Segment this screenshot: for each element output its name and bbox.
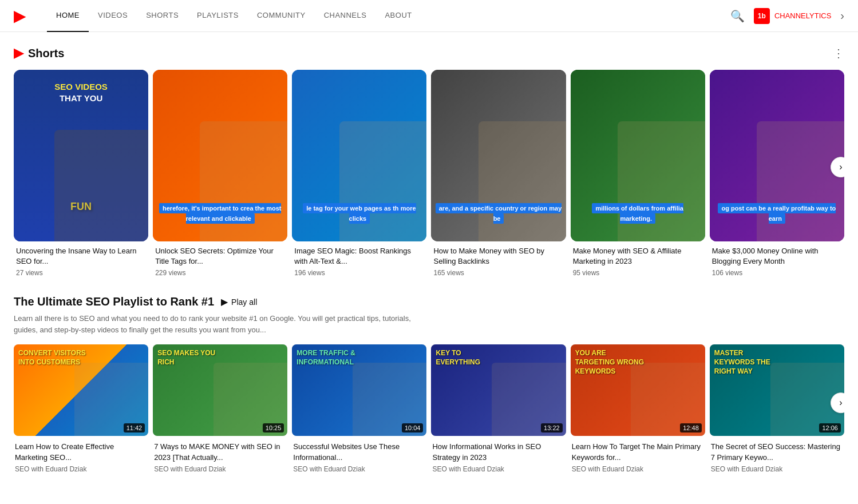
channel-name: CHANNELYTICS — [774, 11, 831, 20]
shorts-section: ▶ Shorts ⋮ SEO VIDEOSTHAT YOU FUN Uncove… — [0, 32, 858, 277]
nav-tab-about[interactable]: ABOUT — [375, 0, 421, 32]
shorts-title-group: ▶ Shorts — [14, 46, 64, 61]
shorts-icon: ▶ — [14, 46, 23, 61]
video-duration: 12:06 — [819, 423, 841, 432]
video-duration: 10:04 — [402, 423, 424, 432]
short-title: Uncovering the Insane Way to Learn SEO f… — [16, 246, 146, 267]
video-info: Learn How to Create Effective Marketing … — [14, 442, 148, 473]
playlist-header: The Ultimate SEO Playlist to Rank #1 ▶ P… — [14, 295, 844, 308]
video-title: 7 Ways to MAKE MONEY with SEO in 2023 [T… — [154, 442, 286, 462]
shorts-more-button[interactable]: ⋮ — [833, 46, 844, 60]
nav-right: 🔍 1b CHANNELYTICS › — [730, 8, 844, 24]
short-thumbnail: VB herefore, it's important to crea the … — [153, 70, 287, 241]
video-thumbnail: MORE TRAFFIC & INFORMATIONAL 10:04 — [292, 344, 426, 436]
video-card[interactable]: MORE TRAFFIC & INFORMATIONAL 10:04 Succe… — [292, 344, 426, 473]
short-caption: le tag for your web pages as th more cli… — [292, 203, 426, 224]
nav-tab-community[interactable]: COMMUNITY — [248, 0, 315, 32]
channel-link[interactable]: 1b CHANNELYTICS — [754, 8, 831, 24]
video-thumb-inner: CONVERT VISITORS INTO CUSTOMERS — [14, 344, 148, 436]
video-thumbnail: CONVERT VISITORS INTO CUSTOMERS 11:42 — [14, 344, 148, 436]
short-title: How to Make Money with SEO by Selling Ba… — [433, 246, 563, 267]
video-title: Learn How to Create Effective Marketing … — [15, 442, 147, 462]
video-info: Successful Websites Use These Informatio… — [292, 442, 426, 473]
nav-tab-channels[interactable]: CHANNELS — [315, 0, 376, 32]
video-title: Successful Websites Use These Informatio… — [293, 442, 425, 462]
video-thumbnail: KEY TO EVERYTHING 13:22 — [431, 344, 566, 436]
short-views: 165 views — [433, 269, 563, 277]
short-face — [54, 130, 149, 241]
short-card[interactable]: VB millions of dollars from affilia mark… — [571, 70, 705, 277]
video-card[interactable]: CONVERT VISITORS INTO CUSTOMERS 11:42 Le… — [14, 344, 148, 473]
nav-forward-icon[interactable]: › — [840, 9, 844, 22]
nav-tab-home[interactable]: HOME — [47, 0, 89, 32]
short-thumbnail: SEO VIDEOSTHAT YOU FUN — [14, 70, 148, 241]
shorts-title: Shorts — [28, 47, 64, 60]
video-title: The Secret of SEO Success: Mastering 7 P… — [711, 442, 843, 462]
video-thumb-inner: MASTER KEYWORDS THE RIGHT WAY — [710, 344, 844, 436]
short-thumbnail: VB le tag for your web pages as th more … — [292, 70, 426, 241]
play-icon: ▶ — [221, 296, 228, 307]
play-all-label: Play all — [231, 297, 257, 307]
video-channel: SEO with Eduard Dziak — [293, 465, 425, 473]
video-info: The Secret of SEO Success: Mastering 7 P… — [710, 442, 844, 473]
video-grid: CONVERT VISITORS INTO CUSTOMERS 11:42 Le… — [14, 344, 844, 473]
short-title: Image SEO Magic: Boost Rankings with Alt… — [294, 246, 424, 267]
youtube-icon: ▶ — [14, 6, 26, 25]
video-info: Learn How To Target The Main Primary Key… — [571, 442, 705, 473]
short-views: 196 views — [294, 269, 424, 277]
video-card[interactable]: KEY TO EVERYTHING 13:22 How Informationa… — [431, 344, 566, 473]
short-caption: og post can be a really profitab way to … — [710, 203, 844, 224]
short-title: Make Money with SEO & Affiliate Marketin… — [573, 246, 703, 267]
short-card[interactable]: VB herefore, it's important to crea the … — [153, 70, 287, 277]
nav-tab-videos[interactable]: VIDEOS — [89, 0, 137, 32]
video-thumbnail: MASTER KEYWORDS THE RIGHT WAY 12:06 — [710, 344, 844, 436]
short-caption: herefore, it's important to crea the mos… — [153, 203, 287, 224]
short-title: Make $3,000 Money Online with Blogging E… — [712, 246, 842, 267]
short-info: Make $3,000 Money Online with Blogging E… — [710, 246, 844, 277]
short-title: Unlock SEO Secrets: Optimize Your Title … — [155, 246, 285, 267]
video-card[interactable]: YOU ARE TARGETING WRONG KEYWORDS 12:48 L… — [571, 344, 705, 473]
video-thumbnail: SEO MAKES YOU RICH 10:25 — [153, 344, 287, 436]
short-views: 27 views — [16, 269, 146, 277]
video-thumb-inner: SEO MAKES YOU RICH — [153, 344, 287, 436]
nav-tab-playlists[interactable]: PLAYLISTS — [188, 0, 248, 32]
playlist-description: Learn all there is to SEO and what you n… — [14, 313, 414, 335]
search-icon[interactable]: 🔍 — [730, 9, 745, 23]
video-thumb-inner: KEY TO EVERYTHING — [431, 344, 566, 436]
video-title: Learn How To Target The Main Primary Key… — [572, 442, 704, 462]
short-thumbnail: VB og post can be a really profitab way … — [710, 70, 844, 241]
video-info: How Informational Works in SEO Strategy … — [431, 442, 566, 473]
short-overlay-text: SEO VIDEOSTHAT YOU — [19, 81, 143, 104]
video-channel: SEO with Eduard Dziak — [711, 465, 843, 473]
video-duration: 11:42 — [124, 423, 145, 432]
short-caption: are, and a specific country or region ma… — [431, 203, 566, 224]
short-info: How to Make Money with SEO by Selling Ba… — [431, 246, 566, 277]
playlist-section: The Ultimate SEO Playlist to Rank #1 ▶ P… — [0, 277, 858, 482]
video-channel: SEO with Eduard Dziak — [572, 465, 704, 473]
playlist-title: The Ultimate SEO Playlist to Rank #1 — [14, 295, 214, 308]
short-card[interactable]: are, and a specific country or region ma… — [431, 70, 566, 277]
short-card[interactable]: VB og post can be a really profitab way … — [710, 70, 844, 277]
short-views: 229 views — [155, 269, 285, 277]
video-duration: 13:22 — [541, 423, 563, 432]
nav-tabs: HOMEVIDEOSSHORTSPLAYLISTSCOMMUNITYCHANNE… — [47, 0, 730, 32]
short-caption: millions of dollars from affilia marketi… — [571, 203, 705, 224]
video-thumb-inner: YOU ARE TARGETING WRONG KEYWORDS — [571, 344, 705, 436]
video-title: How Informational Works in SEO Strategy … — [432, 442, 564, 462]
short-views: 95 views — [573, 269, 703, 277]
shorts-header: ▶ Shorts ⋮ — [14, 46, 844, 61]
video-thumb-inner: MORE TRAFFIC & INFORMATIONAL — [292, 344, 426, 436]
video-card[interactable]: MASTER KEYWORDS THE RIGHT WAY 12:06 The … — [710, 344, 844, 473]
video-card[interactable]: SEO MAKES YOU RICH 10:25 7 Ways to MAKE … — [153, 344, 287, 473]
short-card[interactable]: SEO VIDEOSTHAT YOU FUN Uncovering the In… — [14, 70, 148, 277]
short-card[interactable]: VB le tag for your web pages as th more … — [292, 70, 426, 277]
channel-logo[interactable]: ▶ — [14, 6, 29, 25]
short-thumbnail: are, and a specific country or region ma… — [431, 70, 566, 241]
play-all-button[interactable]: ▶ Play all — [221, 296, 257, 307]
channel-brand-icon: 1b — [754, 8, 770, 24]
video-channel: SEO with Eduard Dziak — [154, 465, 286, 473]
video-thumbnail: YOU ARE TARGETING WRONG KEYWORDS 12:48 — [571, 344, 705, 436]
nav-tab-shorts[interactable]: SHORTS — [137, 0, 188, 32]
short-thumbnail: VB millions of dollars from affilia mark… — [571, 70, 705, 241]
navigation: ▶ HOMEVIDEOSSHORTSPLAYLISTSCOMMUNITYCHAN… — [0, 0, 858, 32]
